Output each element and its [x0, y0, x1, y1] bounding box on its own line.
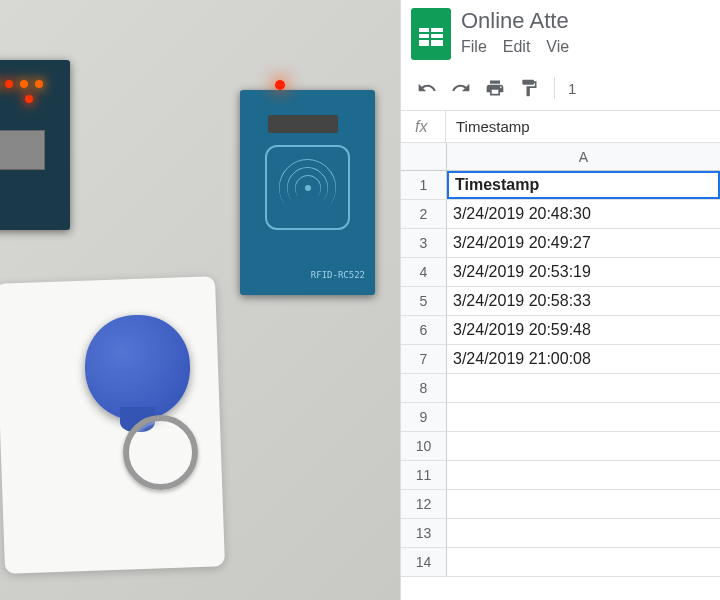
table-row: 23/24/2019 20:48:30 — [401, 200, 720, 229]
table-row: 73/24/2019 21:00:08 — [401, 345, 720, 374]
sd-card-slot — [0, 130, 45, 170]
column-header-a[interactable]: A — [447, 143, 720, 170]
cell[interactable]: 3/24/2019 20:53:19 — [447, 258, 720, 286]
rfid-key-fob — [85, 315, 195, 445]
print-icon[interactable] — [483, 76, 507, 100]
cell[interactable] — [447, 403, 720, 431]
table-row: 63/24/2019 20:59:48 — [401, 316, 720, 345]
row-header[interactable]: 6 — [401, 316, 447, 344]
cell[interactable] — [447, 461, 720, 489]
row-header[interactable]: 10 — [401, 432, 447, 460]
table-row: 1Timestamp — [401, 171, 720, 200]
cell[interactable]: 3/24/2019 20:49:27 — [447, 229, 720, 257]
table-row: 43/24/2019 20:53:19 — [401, 258, 720, 287]
row-header[interactable]: 1 — [401, 171, 447, 199]
google-sheets-window: Online Atte File Edit Vie 1 fx A 1Timest… — [400, 0, 720, 600]
table-row: 13 — [401, 519, 720, 548]
cell[interactable] — [447, 519, 720, 547]
document-title[interactable]: Online Atte — [461, 8, 569, 34]
cell[interactable] — [447, 548, 720, 576]
paint-format-icon[interactable] — [517, 76, 541, 100]
rfid-reader-module: RFID-RC522 — [240, 90, 375, 295]
table-row: 11 — [401, 461, 720, 490]
cell[interactable] — [447, 490, 720, 518]
row-header[interactable]: 9 — [401, 403, 447, 431]
fx-label: fx — [401, 118, 445, 136]
rfid-label: RFID-RC522 — [311, 270, 365, 280]
spreadsheet-grid[interactable]: A 1Timestamp23/24/2019 20:48:3033/24/201… — [401, 143, 720, 600]
table-row: 8 — [401, 374, 720, 403]
formula-bar: fx — [401, 111, 720, 143]
row-header[interactable]: 14 — [401, 548, 447, 576]
select-all-corner[interactable] — [401, 143, 447, 170]
row-header[interactable]: 7 — [401, 345, 447, 373]
menu-bar: File Edit Vie — [461, 38, 569, 56]
cell[interactable] — [447, 432, 720, 460]
row-header[interactable]: 3 — [401, 229, 447, 257]
zoom-level[interactable]: 1 — [568, 80, 576, 97]
menu-edit[interactable]: Edit — [503, 38, 531, 56]
undo-icon[interactable] — [415, 76, 439, 100]
table-row: 10 — [401, 432, 720, 461]
row-header[interactable]: 13 — [401, 519, 447, 547]
table-row: 53/24/2019 20:58:33 — [401, 287, 720, 316]
table-row: 14 — [401, 548, 720, 577]
menu-view[interactable]: Vie — [546, 38, 569, 56]
google-sheets-icon[interactable] — [411, 8, 451, 60]
row-header[interactable]: 12 — [401, 490, 447, 518]
cell[interactable]: 3/24/2019 20:48:30 — [447, 200, 720, 228]
row-header[interactable]: 11 — [401, 461, 447, 489]
formula-input[interactable] — [445, 111, 720, 142]
table-row: 9 — [401, 403, 720, 432]
row-header[interactable]: 8 — [401, 374, 447, 402]
row-header[interactable]: 5 — [401, 287, 447, 315]
redo-icon[interactable] — [449, 76, 473, 100]
cell[interactable]: 3/24/2019 21:00:08 — [447, 345, 720, 373]
cell[interactable] — [447, 374, 720, 402]
toolbar: 1 — [401, 66, 720, 111]
table-row: 33/24/2019 20:49:27 — [401, 229, 720, 258]
menu-file[interactable]: File — [461, 38, 487, 56]
cell[interactable]: 3/24/2019 20:59:48 — [447, 316, 720, 344]
cell[interactable]: 3/24/2019 20:58:33 — [447, 287, 720, 315]
row-header[interactable]: 4 — [401, 258, 447, 286]
cell[interactable]: Timestamp — [447, 171, 720, 199]
hardware-photo: RFID-RC522 — [0, 0, 400, 600]
row-header[interactable]: 2 — [401, 200, 447, 228]
table-row: 12 — [401, 490, 720, 519]
